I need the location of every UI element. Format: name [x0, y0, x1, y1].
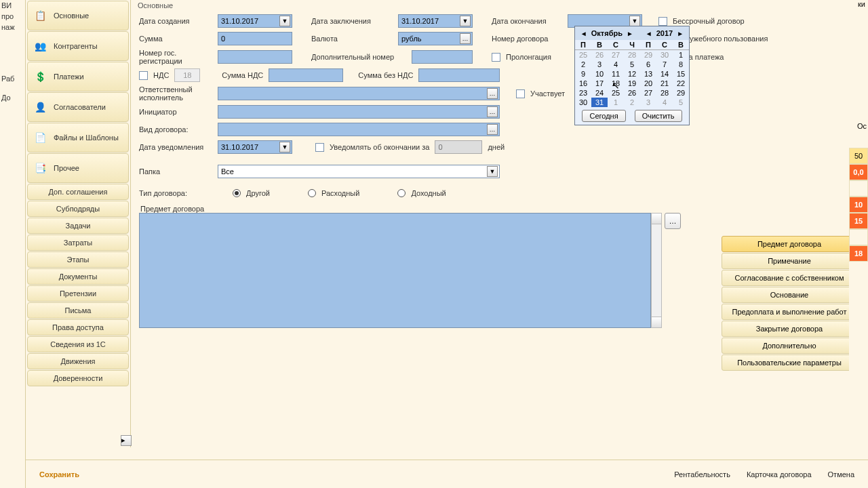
sidebar-item[interactable]: Документы: [27, 268, 129, 285]
cal-day[interactable]: 19: [624, 79, 640, 88]
cal-day[interactable]: 24: [591, 88, 608, 98]
cal-day[interactable]: 2: [624, 98, 640, 107]
date-create-combo[interactable]: 31.10.2017▼: [218, 14, 292, 28]
right-tab[interactable]: Примечание: [722, 253, 857, 269]
right-tab[interactable]: Согласование с собственником: [722, 270, 857, 286]
cal-day[interactable]: 20: [640, 79, 656, 88]
sidebar-item[interactable]: 👤Согласователи: [27, 92, 129, 122]
subject-scrollbar[interactable]: [651, 213, 662, 328]
cal-month[interactable]: Октябрь: [591, 29, 623, 37]
cal-day[interactable]: 3: [640, 98, 656, 107]
sidebar-item[interactable]: Доверенности: [27, 370, 129, 386]
cal-day[interactable]: 18: [608, 79, 624, 88]
sum-input[interactable]: [218, 32, 292, 45]
cal-day[interactable]: 27: [640, 88, 656, 98]
add-no-input[interactable]: [412, 50, 473, 64]
subject-ellipsis[interactable]: …: [665, 213, 681, 229]
cal-day[interactable]: 23: [575, 88, 591, 98]
cal-day[interactable]: 7: [656, 60, 673, 69]
sum-wo-nds-input[interactable]: [418, 68, 500, 82]
cal-day[interactable]: 22: [673, 79, 689, 88]
sidebar-item[interactable]: Задачи: [27, 218, 129, 234]
cal-day[interactable]: 27: [608, 50, 624, 60]
sidebar-item[interactable]: Доп. соглашения: [27, 184, 129, 200]
cal-day[interactable]: 26: [624, 88, 640, 98]
cal-today-button[interactable]: Сегодня: [582, 110, 625, 122]
unlimited-checkbox[interactable]: [658, 17, 667, 26]
cal-day[interactable]: 25: [575, 50, 591, 60]
sidebar-item[interactable]: 📄Файлы и Шаблоны: [27, 123, 129, 152]
cal-day[interactable]: 25: [608, 88, 624, 98]
cal-clear-button[interactable]: Очистить: [635, 110, 682, 122]
cal-next-year[interactable]: ►: [675, 30, 685, 37]
notify-end-checkbox[interactable]: [315, 143, 324, 152]
cal-day[interactable]: 30: [575, 98, 591, 107]
cal-day[interactable]: 1: [608, 98, 624, 107]
right-tab[interactable]: Дополнительно: [722, 338, 857, 354]
contract-type-combo[interactable]: …: [218, 123, 500, 136]
cal-day[interactable]: 31: [591, 98, 608, 107]
save-button[interactable]: Сохранить: [39, 470, 79, 479]
cal-day[interactable]: 11: [608, 69, 624, 79]
cal-day[interactable]: 28: [656, 88, 673, 98]
notify-days-input[interactable]: 0: [435, 140, 482, 154]
subject-textarea[interactable]: [139, 213, 651, 328]
cal-day[interactable]: 15: [673, 69, 689, 79]
folder-combo[interactable]: Все▼: [218, 165, 500, 178]
cal-day[interactable]: 14: [656, 69, 673, 79]
footer-rentability[interactable]: Рентабельность: [674, 470, 730, 479]
currency-combo[interactable]: рубль…: [398, 32, 473, 45]
cal-day[interactable]: 30: [656, 50, 673, 60]
nds-pct[interactable]: 18: [174, 68, 200, 82]
sidebar-item[interactable]: 💲Платежи: [27, 62, 129, 92]
sidebar-item[interactable]: Субподряды: [27, 201, 129, 217]
reg-no-input[interactable]: [218, 50, 292, 64]
nds-sum-input[interactable]: [269, 68, 343, 82]
cal-day[interactable]: 4: [656, 98, 673, 107]
resp-combo[interactable]: …: [218, 87, 500, 100]
initiator-combo[interactable]: …: [218, 105, 500, 119]
sidebar-item[interactable]: Претензии: [27, 285, 129, 302]
cal-day[interactable]: 10: [591, 69, 608, 79]
cal-day[interactable]: 26: [591, 50, 608, 60]
cal-year[interactable]: 2017: [656, 29, 673, 37]
sidebar-item[interactable]: Письма: [27, 302, 129, 319]
cal-day[interactable]: 4: [608, 60, 624, 69]
right-tab[interactable]: Основание: [722, 287, 857, 303]
sidebar-item[interactable]: Движения: [27, 353, 129, 369]
cal-prev-month[interactable]: ◄: [579, 30, 589, 37]
radio-expense[interactable]: [308, 189, 316, 197]
sidebar-item[interactable]: 👥Контрагенты: [27, 31, 129, 61]
cal-day[interactable]: 9: [575, 69, 591, 79]
cal-day[interactable]: 28: [624, 50, 640, 60]
sidebar-item[interactable]: Затраты: [27, 235, 129, 251]
cal-day[interactable]: 2: [575, 60, 591, 69]
cal-day[interactable]: 29: [673, 88, 689, 98]
right-tab[interactable]: Предоплата и выполнение работ: [722, 304, 857, 320]
sidebar-item[interactable]: Сведения из 1С: [27, 336, 129, 352]
right-tab[interactable]: Пользовательские параметры: [722, 354, 857, 371]
date-sign-combo[interactable]: 31.10.2017▼: [398, 14, 473, 28]
cal-day[interactable]: 3: [591, 60, 608, 69]
right-tab[interactable]: Предмет договора: [722, 236, 857, 252]
sidebar-item[interactable]: Этапы: [27, 251, 129, 268]
cal-prev-year[interactable]: ◄: [644, 30, 654, 37]
nds-checkbox[interactable]: [139, 71, 148, 80]
cal-next-month[interactable]: ►: [625, 30, 635, 37]
cal-day[interactable]: 17: [591, 79, 608, 88]
cal-day[interactable]: 6: [640, 60, 656, 69]
cal-day[interactable]: 16: [575, 79, 591, 88]
cal-day[interactable]: 13: [640, 69, 656, 79]
cal-day[interactable]: 1: [673, 50, 689, 60]
cal-day[interactable]: 12: [624, 69, 640, 79]
cal-day[interactable]: 5: [624, 60, 640, 69]
radio-other[interactable]: [233, 189, 241, 197]
radio-income[interactable]: [397, 189, 406, 197]
footer-cancel[interactable]: Отмена: [828, 470, 854, 479]
cal-day[interactable]: 8: [673, 60, 689, 69]
sidebar-item[interactable]: 📑Прочее: [27, 153, 129, 183]
footer-card[interactable]: Карточка договора: [747, 470, 812, 479]
sidebar-item[interactable]: Права доступа: [27, 319, 129, 336]
sidebar-scroll-right[interactable]: ▸: [121, 435, 132, 446]
cal-day[interactable]: 29: [640, 50, 656, 60]
